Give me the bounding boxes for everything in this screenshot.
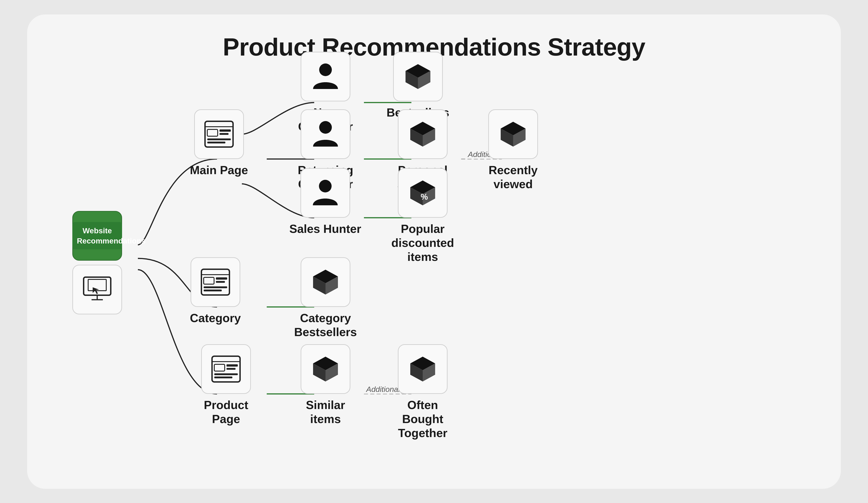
main-page-icon-box [194, 109, 244, 159]
bestsellers-icon-box [393, 52, 443, 102]
new-customer-icon-box [301, 52, 350, 102]
box-icon-5 [311, 354, 340, 384]
product-page-node: Product Page [190, 344, 262, 426]
product-webpage-icon [210, 354, 242, 384]
svg-rect-48 [227, 364, 238, 367]
svg-rect-38 [216, 277, 227, 280]
box-icon-3 [498, 119, 528, 149]
category-bestsellers-icon-box [301, 257, 350, 307]
popular-discounted-label: Popular discounted items [386, 222, 459, 264]
svg-rect-41 [204, 290, 222, 291]
main-page-label: Main Page [190, 163, 248, 177]
svg-rect-40 [204, 286, 227, 288]
svg-rect-16 [219, 133, 228, 135]
sales-hunter-icon-box [300, 168, 350, 218]
person-icon-2 [312, 119, 339, 149]
svg-point-20 [319, 121, 332, 134]
website-recommendations-node: Website Recommendations [72, 211, 122, 314]
popular-discounted-node: % Popular discounted items [386, 168, 459, 264]
person-icon-3 [312, 178, 339, 208]
svg-rect-51 [214, 377, 232, 378]
popular-discounted-icon-box: % [398, 168, 447, 218]
person-icon [312, 62, 339, 91]
website-recommendations-badge: Website Recommendations [72, 222, 122, 249]
svg-rect-37 [204, 277, 214, 284]
category-webpage-icon [199, 268, 231, 297]
monitor-icon [81, 275, 113, 304]
often-bought-together-icon-box [398, 344, 447, 394]
box-percent-icon: % [408, 178, 437, 208]
recently-viewed-icon-box [488, 109, 538, 159]
svg-rect-15 [219, 129, 231, 132]
webpage-icon [203, 119, 235, 149]
similar-items-node: Similar items [289, 344, 362, 426]
product-page-label: Product Page [190, 398, 262, 426]
often-bought-together-node: Often Bought Together [386, 344, 459, 440]
website-recommendations-badge-box: Website Recommendations [72, 211, 122, 261]
returning-customer-icon-box [301, 109, 350, 159]
category-node: Category [190, 257, 241, 325]
recently-viewed-node: Recently viewed [477, 109, 549, 191]
category-bestsellers-node: Category Bestsellers [289, 257, 362, 339]
product-page-icon-box [201, 344, 251, 394]
category-icon-box [190, 257, 240, 307]
svg-rect-14 [207, 129, 218, 136]
box-icon-6 [408, 354, 437, 384]
svg-text:%: % [421, 192, 428, 201]
website-icon-box [72, 265, 122, 314]
box-icon-2 [408, 119, 437, 149]
svg-point-19 [319, 63, 332, 76]
box-icon [403, 62, 433, 91]
main-page-node: Main Page [190, 109, 248, 177]
svg-point-21 [319, 180, 332, 192]
category-label: Category [190, 311, 241, 325]
svg-rect-49 [227, 368, 236, 370]
svg-rect-39 [216, 281, 225, 283]
sales-hunter-label: Sales Hunter [289, 222, 361, 236]
recently-viewed-label: Recently viewed [477, 163, 549, 191]
sales-hunter-node: Sales Hunter [289, 168, 361, 236]
similar-items-icon-box [301, 344, 350, 394]
svg-rect-17 [207, 138, 231, 140]
svg-rect-47 [214, 364, 225, 371]
diagram-container: Product Recommendations Strategy [27, 14, 841, 489]
similar-items-label: Similar items [289, 398, 362, 426]
svg-rect-50 [214, 373, 238, 375]
personal-selection-icon-box [398, 109, 447, 159]
category-bestsellers-label: Category Bestsellers [289, 311, 362, 339]
box-icon-4 [311, 268, 340, 297]
svg-rect-18 [207, 142, 225, 144]
often-bought-together-label: Often Bought Together [386, 398, 459, 440]
